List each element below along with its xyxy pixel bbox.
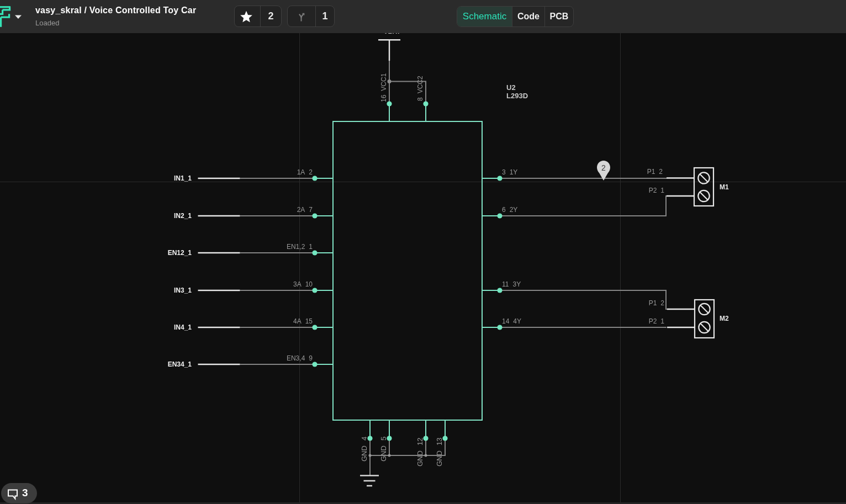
svg-text:2A7: 2A7	[297, 206, 313, 214]
svg-text:GND5: GND5	[379, 437, 388, 461]
svg-text:EN1,21: EN1,21	[287, 243, 313, 251]
svg-text:IN3_1: IN3_1	[174, 287, 192, 294]
svg-text:EN3,49: EN3,49	[287, 354, 313, 362]
svg-text:31Y: 31Y	[502, 168, 517, 176]
svg-text:U2: U2	[506, 83, 516, 92]
svg-text:M2: M2	[720, 315, 729, 322]
svg-text:P12: P12	[647, 168, 663, 176]
svg-text:GND12: GND12	[416, 438, 424, 466]
svg-text:GND13: GND13	[435, 438, 443, 466]
svg-text:L293D: L293D	[506, 92, 528, 100]
svg-text:P12: P12	[649, 299, 665, 307]
svg-text:1A2: 1A2	[297, 168, 313, 176]
svg-text:IN1_1: IN1_1	[174, 174, 192, 182]
svg-text:P21: P21	[649, 317, 665, 325]
svg-text:EN34_1: EN34_1	[168, 360, 192, 368]
svg-text:GND4: GND4	[360, 437, 368, 461]
svg-text:P21: P21	[649, 187, 665, 194]
svg-text:IN4_1: IN4_1	[174, 323, 192, 331]
svg-text:EN12_1: EN12_1	[168, 249, 192, 257]
svg-text:IN2_1: IN2_1	[174, 212, 192, 220]
svg-text:2: 2	[601, 163, 606, 172]
svg-text:16VCC1: 16VCC1	[380, 73, 388, 102]
svg-text:M1: M1	[720, 183, 729, 191]
svg-text:62Y: 62Y	[502, 206, 517, 214]
